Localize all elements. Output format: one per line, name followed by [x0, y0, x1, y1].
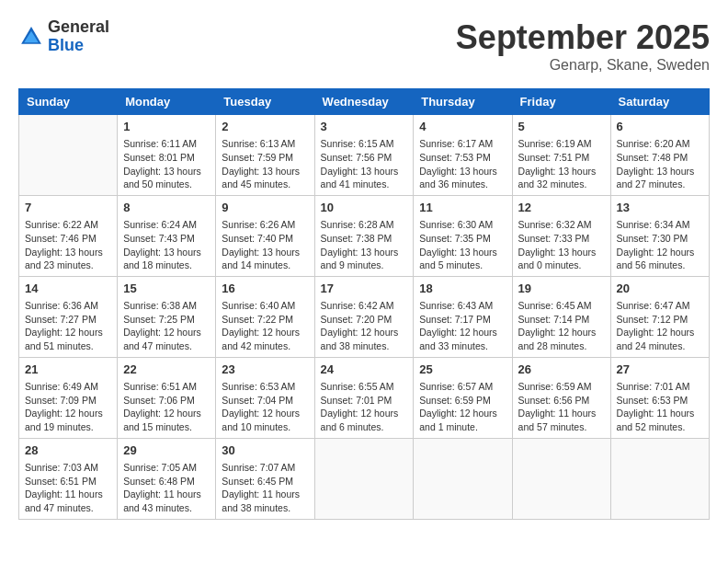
day-info: Sunrise: 6:28 AMSunset: 7:38 PMDaylight:… [321, 218, 408, 272]
day-number: 25 [419, 362, 506, 378]
weekday-header-sunday: Sunday [19, 89, 118, 115]
day-info: Sunrise: 6:40 AMSunset: 7:22 PMDaylight:… [222, 299, 308, 353]
calendar-cell: 22Sunrise: 6:51 AMSunset: 7:06 PMDayligh… [118, 357, 216, 438]
day-info: Sunrise: 6:57 AMSunset: 6:59 PMDaylight:… [419, 380, 506, 434]
calendar-cell: 4Sunrise: 6:17 AMSunset: 7:53 PMDaylight… [414, 115, 512, 196]
weekday-header-row: SundayMondayTuesdayWednesdayThursdayFrid… [19, 89, 710, 115]
calendar-cell: 8Sunrise: 6:24 AMSunset: 7:43 PMDaylight… [118, 195, 216, 276]
day-number: 24 [321, 362, 408, 378]
calendar-cell: 14Sunrise: 6:36 AMSunset: 7:27 PMDayligh… [19, 276, 118, 357]
day-number: 2 [222, 119, 308, 135]
logo-blue: Blue [48, 37, 109, 55]
logo-general: General [48, 18, 109, 37]
week-row-2: 7Sunrise: 6:22 AMSunset: 7:46 PMDaylight… [19, 195, 710, 276]
logo-text: General Blue [48, 18, 109, 55]
day-info: Sunrise: 6:43 AMSunset: 7:17 PMDaylight:… [419, 299, 506, 353]
day-info: Sunrise: 6:36 AMSunset: 7:27 PMDaylight:… [25, 299, 111, 353]
day-number: 26 [518, 362, 605, 378]
day-info: Sunrise: 6:30 AMSunset: 7:35 PMDaylight:… [419, 218, 506, 272]
day-number: 22 [123, 362, 210, 378]
day-number: 13 [617, 200, 703, 216]
logo: General Blue [18, 18, 109, 55]
calendar-cell: 3Sunrise: 6:15 AMSunset: 7:56 PMDaylight… [314, 115, 414, 196]
week-row-4: 21Sunrise: 6:49 AMSunset: 7:09 PMDayligh… [19, 357, 710, 438]
calendar-cell: 11Sunrise: 6:30 AMSunset: 7:35 PMDayligh… [414, 195, 512, 276]
weekday-header-wednesday: Wednesday [314, 89, 414, 115]
calendar-cell: 19Sunrise: 6:45 AMSunset: 7:14 PMDayligh… [512, 276, 610, 357]
day-info: Sunrise: 6:47 AMSunset: 7:12 PMDaylight:… [617, 299, 703, 353]
day-number: 17 [321, 281, 408, 297]
day-info: Sunrise: 6:11 AMSunset: 8:01 PMDaylight:… [123, 137, 210, 191]
page-header: General Blue September 2025 Genarp, Skan… [18, 18, 710, 74]
calendar-cell: 13Sunrise: 6:34 AMSunset: 7:30 PMDayligh… [610, 195, 709, 276]
week-row-1: 1Sunrise: 6:11 AMSunset: 8:01 PMDaylight… [19, 115, 710, 196]
calendar-cell: 27Sunrise: 7:01 AMSunset: 6:53 PMDayligh… [610, 357, 709, 438]
day-info: Sunrise: 6:55 AMSunset: 7:01 PMDaylight:… [321, 380, 408, 434]
location-title: Genarp, Skane, Sweden [456, 57, 710, 74]
day-info: Sunrise: 6:45 AMSunset: 7:14 PMDaylight:… [518, 299, 605, 353]
calendar-cell: 25Sunrise: 6:57 AMSunset: 6:59 PMDayligh… [414, 357, 512, 438]
weekday-header-monday: Monday [118, 89, 216, 115]
day-number: 23 [222, 362, 308, 378]
calendar-cell [414, 438, 512, 519]
calendar-cell: 6Sunrise: 6:20 AMSunset: 7:48 PMDaylight… [610, 115, 709, 196]
weekday-header-saturday: Saturday [610, 89, 709, 115]
logo-icon [18, 24, 44, 50]
week-row-3: 14Sunrise: 6:36 AMSunset: 7:27 PMDayligh… [19, 276, 710, 357]
day-info: Sunrise: 6:22 AMSunset: 7:46 PMDaylight:… [25, 218, 111, 272]
calendar-cell: 30Sunrise: 7:07 AMSunset: 6:45 PMDayligh… [216, 438, 314, 519]
calendar-cell: 20Sunrise: 6:47 AMSunset: 7:12 PMDayligh… [610, 276, 709, 357]
calendar-cell: 9Sunrise: 6:26 AMSunset: 7:40 PMDaylight… [216, 195, 314, 276]
day-info: Sunrise: 6:38 AMSunset: 7:25 PMDaylight:… [123, 299, 210, 353]
day-number: 12 [518, 200, 605, 216]
day-info: Sunrise: 6:20 AMSunset: 7:48 PMDaylight:… [617, 137, 703, 191]
day-info: Sunrise: 6:53 AMSunset: 7:04 PMDaylight:… [222, 380, 308, 434]
day-number: 14 [25, 281, 111, 297]
month-title: September 2025 [456, 18, 710, 57]
week-row-5: 28Sunrise: 7:03 AMSunset: 6:51 PMDayligh… [19, 438, 710, 519]
day-number: 10 [321, 200, 408, 216]
calendar-cell: 12Sunrise: 6:32 AMSunset: 7:33 PMDayligh… [512, 195, 610, 276]
calendar-cell: 2Sunrise: 6:13 AMSunset: 7:59 PMDaylight… [216, 115, 314, 196]
day-number: 21 [25, 362, 111, 378]
calendar-cell: 28Sunrise: 7:03 AMSunset: 6:51 PMDayligh… [19, 438, 118, 519]
day-info: Sunrise: 6:15 AMSunset: 7:56 PMDaylight:… [321, 137, 408, 191]
calendar-cell [19, 115, 118, 196]
day-number: 7 [25, 200, 111, 216]
calendar-cell: 23Sunrise: 6:53 AMSunset: 7:04 PMDayligh… [216, 357, 314, 438]
day-info: Sunrise: 7:03 AMSunset: 6:51 PMDaylight:… [25, 461, 111, 515]
calendar-cell: 17Sunrise: 6:42 AMSunset: 7:20 PMDayligh… [314, 276, 414, 357]
calendar-table: SundayMondayTuesdayWednesdayThursdayFrid… [18, 88, 710, 520]
day-number: 8 [123, 200, 210, 216]
day-info: Sunrise: 7:07 AMSunset: 6:45 PMDaylight:… [222, 461, 308, 515]
day-number: 16 [222, 281, 308, 297]
weekday-header-thursday: Thursday [414, 89, 512, 115]
calendar-cell [610, 438, 709, 519]
calendar-cell: 7Sunrise: 6:22 AMSunset: 7:46 PMDaylight… [19, 195, 118, 276]
calendar-cell: 18Sunrise: 6:43 AMSunset: 7:17 PMDayligh… [414, 276, 512, 357]
day-info: Sunrise: 6:17 AMSunset: 7:53 PMDaylight:… [419, 137, 506, 191]
day-number: 15 [123, 281, 210, 297]
day-info: Sunrise: 7:01 AMSunset: 6:53 PMDaylight:… [617, 380, 703, 434]
calendar-cell: 1Sunrise: 6:11 AMSunset: 8:01 PMDaylight… [118, 115, 216, 196]
calendar-cell: 16Sunrise: 6:40 AMSunset: 7:22 PMDayligh… [216, 276, 314, 357]
day-number: 19 [518, 281, 605, 297]
day-info: Sunrise: 6:32 AMSunset: 7:33 PMDaylight:… [518, 218, 605, 272]
day-number: 5 [518, 119, 605, 135]
day-info: Sunrise: 6:49 AMSunset: 7:09 PMDaylight:… [25, 380, 111, 434]
day-number: 3 [321, 119, 408, 135]
day-info: Sunrise: 6:24 AMSunset: 7:43 PMDaylight:… [123, 218, 210, 272]
day-number: 11 [419, 200, 506, 216]
day-info: Sunrise: 6:59 AMSunset: 6:56 PMDaylight:… [518, 380, 605, 434]
calendar-cell [314, 438, 414, 519]
calendar-cell: 29Sunrise: 7:05 AMSunset: 6:48 PMDayligh… [118, 438, 216, 519]
day-info: Sunrise: 6:19 AMSunset: 7:51 PMDaylight:… [518, 137, 605, 191]
day-number: 9 [222, 200, 308, 216]
day-number: 27 [617, 362, 703, 378]
day-number: 4 [419, 119, 506, 135]
day-info: Sunrise: 6:34 AMSunset: 7:30 PMDaylight:… [617, 218, 703, 272]
calendar-cell: 26Sunrise: 6:59 AMSunset: 6:56 PMDayligh… [512, 357, 610, 438]
weekday-header-friday: Friday [512, 89, 610, 115]
day-info: Sunrise: 6:13 AMSunset: 7:59 PMDaylight:… [222, 137, 308, 191]
day-info: Sunrise: 6:26 AMSunset: 7:40 PMDaylight:… [222, 218, 308, 272]
